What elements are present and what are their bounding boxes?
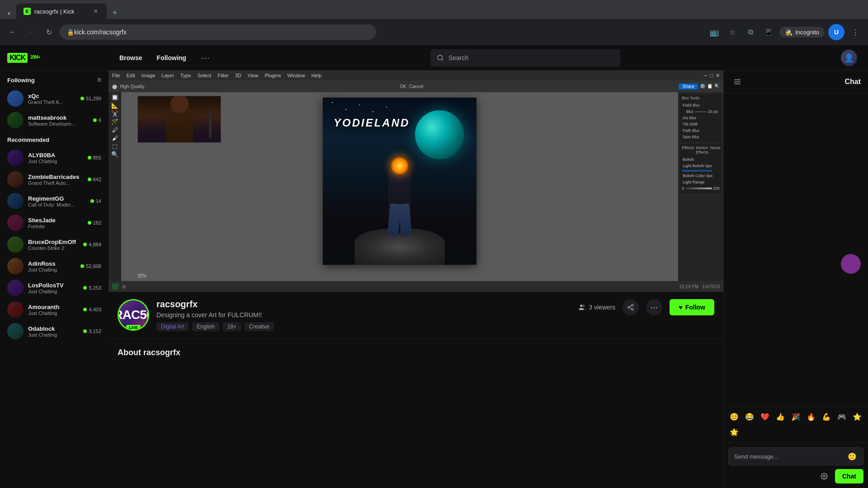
- user-avatar: 👤: [841, 50, 857, 66]
- following-title: Following: [7, 77, 35, 84]
- viewers-icon: [579, 304, 586, 311]
- sidebar-item-alyb0ba[interactable]: ALYB0BA Just Chatting 855: [0, 147, 108, 169]
- sidebar-item-bruce[interactable]: BruceDropEmOff Counter-Strike 2 4,884: [0, 234, 108, 255]
- sidebar-item-odablock[interactable]: Odablock Just Chatting 3,152: [0, 320, 108, 342]
- extensions-icon[interactable]: ⧉: [743, 25, 758, 39]
- device-icon[interactable]: 📱: [761, 25, 776, 39]
- tab-close-btn[interactable]: ✕: [92, 8, 99, 15]
- chrome-profile-btn[interactable]: U: [828, 24, 844, 40]
- sidebar-item-amouranth[interactable]: Amouranth Just Chatting 4,403: [0, 299, 108, 320]
- stream-info: RAC50 LIVE racsogrfx Designing a cover A…: [108, 292, 723, 339]
- chat-title: Chat: [844, 78, 861, 86]
- new-tab-button[interactable]: +: [108, 6, 121, 19]
- light-bokeh-control: Light Bokeh 0px: [682, 163, 720, 169]
- live-dot-11: [83, 329, 87, 333]
- emote-btn-1[interactable]: 😊: [727, 410, 741, 423]
- browse-link[interactable]: Browse: [119, 54, 142, 61]
- more-options-icon[interactable]: ⋮: [848, 25, 863, 39]
- more-options-btn[interactable]: ⋯: [646, 299, 662, 315]
- live-dot-6: [88, 221, 91, 225]
- iris-blur-option[interactable]: Iris Blur: [682, 115, 720, 121]
- tag-creative[interactable]: Creative: [245, 322, 274, 331]
- tag-18plus[interactable]: 18+: [223, 322, 241, 331]
- svg-line-5: [630, 308, 632, 309]
- avatar-adinross: [7, 258, 24, 274]
- emote-btn-9[interactable]: ⭐: [850, 410, 864, 423]
- emote-btn-5[interactable]: 🎉: [789, 410, 802, 423]
- emote-btn-7[interactable]: 💪: [820, 410, 833, 423]
- more-nav-btn[interactable]: ⋯: [201, 52, 210, 63]
- live-dot-4: [88, 178, 91, 181]
- main-content: Browse Following ⋯ Search 👤: [108, 45, 868, 488]
- sidebar-item-shesjade[interactable]: ShesJade Fortnite 162: [0, 212, 108, 234]
- rocks-base: [354, 229, 445, 265]
- light-range-control: Light Range: [682, 179, 720, 185]
- back-button[interactable]: ←: [5, 25, 20, 39]
- follow-button[interactable]: ♥ Follow: [670, 299, 714, 315]
- emote-btn-2[interactable]: 😂: [743, 410, 756, 423]
- chat-actions-row: Chat: [728, 469, 863, 483]
- sidebar-item-lospollos[interactable]: LosPollosTV Just Chatting 5,253: [0, 277, 108, 299]
- reload-button[interactable]: ↻: [42, 25, 56, 39]
- forward-button[interactable]: →: [24, 25, 38, 39]
- svg-point-0: [438, 55, 443, 60]
- spin-blur-option[interactable]: Spin Blur: [682, 134, 720, 140]
- search-container: Search: [224, 49, 826, 66]
- app-header: KICK 20M+: [0, 45, 108, 70]
- active-tab[interactable]: K racsogrfx | Kick ✕: [16, 4, 107, 19]
- address-bar[interactable]: 🔒 kick.com/racsogrfx: [60, 24, 376, 40]
- viewers-lospollos: 5,253: [83, 285, 101, 291]
- stream-meta: 3 viewers ⋯ ♥ Follow: [579, 299, 714, 315]
- search-bar[interactable]: Search: [430, 49, 620, 66]
- avatar-xqc: [7, 90, 24, 107]
- chat-input-box[interactable]: Send message... 🙂: [728, 447, 863, 465]
- emote-btn-3[interactable]: ❤️: [758, 410, 772, 423]
- tag-digital-art[interactable]: Digital Art: [156, 322, 189, 331]
- chat-messages-area: [727, 97, 864, 277]
- video-player[interactable]: FileEditImageLayerTypeSelectFilter3DView…: [108, 70, 723, 292]
- video-section: FileEditImageLayerTypeSelectFilter3DView…: [108, 70, 723, 488]
- tilt-shift-option[interactable]: Tilt-Shift: [682, 121, 720, 127]
- kick-logo[interactable]: KICK 20M+: [7, 53, 40, 63]
- chat-body[interactable]: [724, 93, 868, 406]
- viewers-mattseabrook: 6: [93, 117, 101, 123]
- viewers-odablock: 3,152: [83, 328, 101, 334]
- sidebar-item-adinross[interactable]: AdinRoss Just Chatting 52,608: [0, 255, 108, 277]
- viewers-shesjade: 162: [88, 220, 101, 225]
- share-btn[interactable]: [623, 299, 639, 315]
- sidebar-item-zombie[interactable]: ZombieBarricades Grand Theft Auto... 642: [0, 169, 108, 190]
- tag-english[interactable]: English: [192, 322, 219, 331]
- sidebar-info-mattseabrook: mattseabrook Software Developm...: [28, 114, 89, 127]
- path-blur-option[interactable]: Path Blur: [682, 127, 720, 134]
- following-collapse-btn[interactable]: ≡: [97, 76, 101, 84]
- following-link[interactable]: Following: [157, 54, 186, 61]
- about-section: About racsogrfx: [108, 339, 723, 366]
- header-right: 👤: [841, 50, 857, 66]
- media-icon[interactable]: 📺: [707, 25, 722, 39]
- tab-list-btn[interactable]: ▾: [4, 8, 14, 19]
- sidebar-info-lospollos: LosPollosTV Just Chatting: [28, 282, 79, 294]
- bookmark-star-icon[interactable]: ☆: [725, 25, 740, 39]
- emote-btn-8[interactable]: 🎮: [835, 410, 849, 423]
- emote-btn-4[interactable]: 👍: [774, 410, 787, 423]
- toolbar-right: 📺 ☆ ⧉ 📱 🕵️ Incognito U ⋮: [707, 24, 863, 40]
- emote-btn-6[interactable]: 🔥: [804, 410, 818, 423]
- chat-send-button[interactable]: Chat: [835, 469, 863, 483]
- chat-user-avatar[interactable]: [841, 254, 861, 274]
- video-placeholder: FileEditImageLayerTypeSelectFilter3DView…: [108, 70, 723, 292]
- emote-btn-10[interactable]: 🌟: [727, 425, 741, 439]
- user-profile-btn[interactable]: 👤: [841, 50, 857, 66]
- field-blur-option[interactable]: Field Blur: [682, 102, 720, 108]
- emote-picker-btn[interactable]: 🙂: [847, 451, 858, 462]
- bokeh-slider[interactable]: [682, 170, 712, 172]
- ps-share-btn[interactable]: Share: [679, 84, 698, 89]
- chat-settings-btn[interactable]: [817, 469, 831, 483]
- streamer-avatar: RAC50 LIVE: [118, 299, 149, 331]
- about-title: About racsogrfx: [118, 348, 714, 357]
- sidebar-item-regiment[interactable]: RegimentGG Call of Duty: Moder... 14: [0, 190, 108, 212]
- sidebar-item-mattseabrook[interactable]: mattseabrook Software Developm... 6: [0, 109, 108, 131]
- incognito-badge[interactable]: 🕵️ Incognito: [779, 27, 825, 38]
- chat-menu-btn[interactable]: [731, 75, 744, 88]
- sidebar-item-xqc[interactable]: xQc Grand Theft A... 51,290: [0, 88, 108, 109]
- sidebar-info-adinross: AdinRoss Just Chatting: [28, 260, 76, 272]
